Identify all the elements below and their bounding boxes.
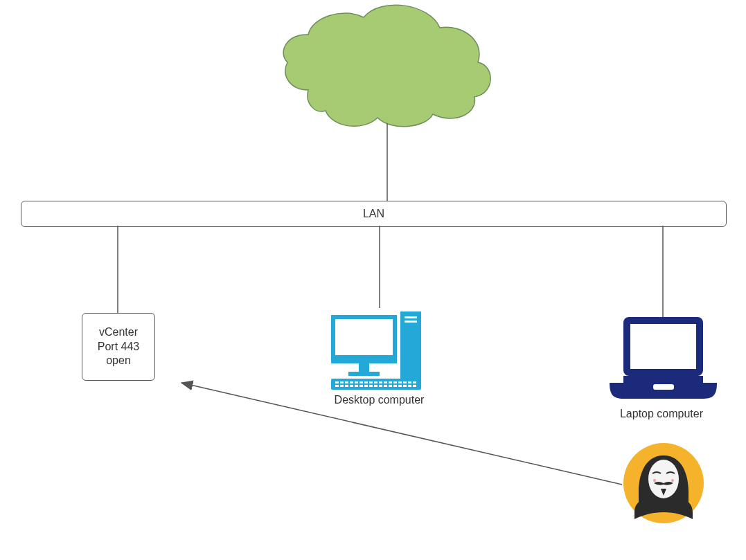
svg-rect-28 xyxy=(350,385,353,387)
svg-rect-33 xyxy=(374,385,378,387)
vcenter-line2: Port 443 xyxy=(98,340,139,354)
vcenter-line1: vCenter xyxy=(99,325,138,340)
vcenter-line3: open xyxy=(106,354,131,368)
lan-node: LAN xyxy=(21,201,727,227)
svg-rect-8 xyxy=(335,381,339,383)
svg-rect-29 xyxy=(355,385,358,387)
svg-rect-19 xyxy=(389,381,392,383)
internet-label: Internet xyxy=(339,57,423,73)
svg-rect-26 xyxy=(340,385,344,387)
svg-rect-20 xyxy=(393,381,397,383)
svg-point-48 xyxy=(653,479,656,482)
svg-rect-21 xyxy=(398,381,402,383)
svg-rect-3 xyxy=(331,315,397,363)
svg-rect-17 xyxy=(379,381,382,383)
svg-point-46 xyxy=(623,443,704,523)
svg-rect-40 xyxy=(408,385,411,387)
svg-rect-38 xyxy=(398,385,402,387)
svg-rect-43 xyxy=(630,324,696,369)
svg-rect-22 xyxy=(403,381,407,383)
svg-rect-34 xyxy=(379,385,382,387)
svg-rect-30 xyxy=(359,385,363,387)
svg-point-47 xyxy=(648,460,679,498)
svg-rect-18 xyxy=(384,381,387,383)
svg-rect-4 xyxy=(335,319,393,355)
hacker-icon xyxy=(623,443,704,523)
svg-rect-15 xyxy=(369,381,373,383)
svg-rect-27 xyxy=(345,385,348,387)
svg-rect-45 xyxy=(653,384,674,390)
svg-point-49 xyxy=(671,479,674,482)
svg-rect-35 xyxy=(384,385,387,387)
svg-rect-25 xyxy=(335,385,339,387)
svg-rect-1 xyxy=(405,316,417,318)
svg-rect-39 xyxy=(403,385,407,387)
svg-rect-24 xyxy=(413,381,416,383)
svg-rect-11 xyxy=(350,381,353,383)
desktop-computer-icon xyxy=(331,311,421,390)
svg-rect-23 xyxy=(408,381,411,383)
vcenter-node: vCenter Port 443 open xyxy=(82,313,155,381)
svg-rect-9 xyxy=(340,381,344,383)
svg-rect-5 xyxy=(359,363,369,372)
svg-rect-12 xyxy=(355,381,358,383)
desktop-label: Desktop computer xyxy=(319,394,440,406)
svg-overlay xyxy=(0,0,746,560)
svg-rect-36 xyxy=(389,385,392,387)
svg-rect-14 xyxy=(364,381,368,383)
svg-rect-2 xyxy=(405,320,417,323)
svg-rect-37 xyxy=(393,385,397,387)
svg-rect-42 xyxy=(623,317,703,376)
svg-rect-7 xyxy=(331,379,421,390)
diagram-canvas: LAN vCenter Port 443 open Desktop comput… xyxy=(0,0,746,560)
svg-rect-31 xyxy=(364,385,368,387)
svg-rect-41 xyxy=(413,385,416,387)
svg-rect-10 xyxy=(345,381,348,383)
svg-rect-16 xyxy=(374,381,378,383)
svg-rect-0 xyxy=(400,311,421,381)
lan-label: LAN xyxy=(363,208,384,220)
svg-rect-32 xyxy=(369,385,373,387)
svg-rect-6 xyxy=(348,372,380,376)
laptop-computer-icon xyxy=(610,317,717,399)
svg-rect-44 xyxy=(623,376,703,384)
laptop-label: Laptop computer xyxy=(606,408,717,420)
svg-rect-13 xyxy=(359,381,363,383)
